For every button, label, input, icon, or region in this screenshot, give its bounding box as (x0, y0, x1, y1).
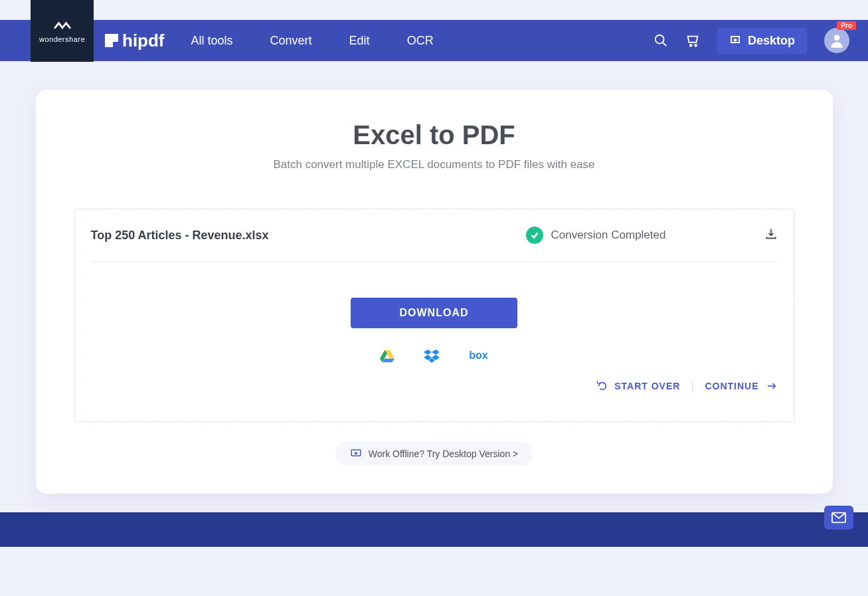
page-title: Excel to PDF (74, 120, 794, 150)
svg-marker-7 (383, 359, 394, 363)
wondershare-label: wondershare (39, 35, 85, 43)
cloud-targets: box (91, 349, 778, 365)
wondershare-logo[interactable]: wondershare (31, 0, 94, 62)
svg-marker-9 (432, 349, 440, 355)
continue-label: CONTINUE (705, 381, 758, 391)
dropbox-icon[interactable] (424, 349, 440, 365)
svg-marker-8 (424, 349, 432, 355)
box-icon[interactable]: box (469, 349, 487, 365)
separator (692, 380, 693, 392)
download-file-icon[interactable] (764, 227, 778, 243)
file-status-text: Conversion Completed (551, 229, 666, 242)
hero-illustration (0, 20, 868, 90)
page-subtitle: Batch convert multiple EXCEL documents t… (74, 158, 794, 171)
offline-label: Work Offline? Try Desktop Version > (369, 448, 519, 459)
file-status: Conversion Completed (428, 227, 764, 244)
start-over-button[interactable]: START OVER (597, 381, 680, 391)
secondary-actions: START OVER CONTINUE (91, 380, 778, 392)
download-button[interactable]: DOWNLOAD (351, 298, 518, 328)
file-name: Top 250 Articles - Revenue.xlsx (91, 229, 428, 243)
start-over-label: START OVER (614, 381, 680, 391)
continue-button[interactable]: CONTINUE (705, 381, 777, 391)
main-card: Excel to PDF Batch convert multiple EXCE… (36, 90, 833, 494)
feedback-mail-button[interactable] (824, 506, 853, 530)
offline-pill[interactable]: Work Offline? Try Desktop Version > (335, 442, 533, 466)
dropzone: Top 250 Articles - Revenue.xlsx Conversi… (74, 209, 794, 422)
check-icon (526, 227, 543, 244)
file-row: Top 250 Articles - Revenue.xlsx Conversi… (91, 209, 778, 262)
gdrive-icon[interactable] (380, 349, 394, 365)
footer (0, 512, 868, 547)
